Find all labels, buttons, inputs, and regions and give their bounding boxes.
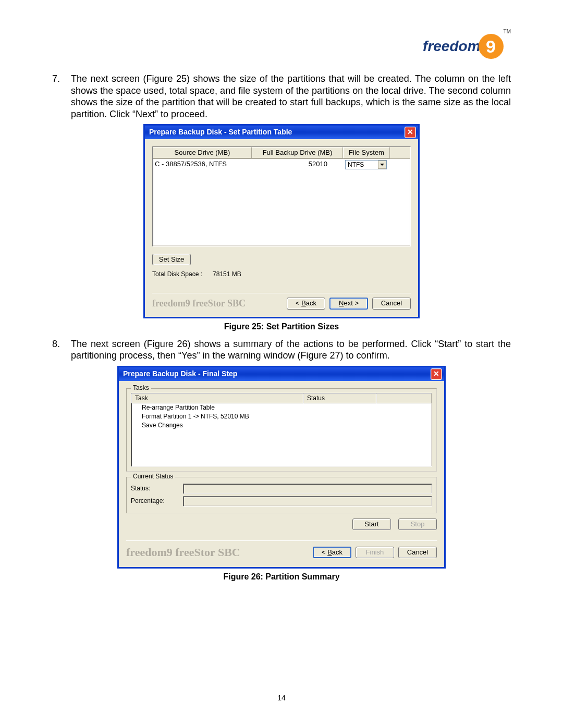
paragraph-text: The next screen (Figure 25) shows the si… [71,73,511,120]
start-button[interactable]: Start [352,519,391,530]
close-icon[interactable]: ✕ [405,127,416,138]
current-status-legend: Current Status [131,473,175,480]
status-label: Status: [131,485,178,492]
total-disk-space: Total Disk Space : 78151 MB [152,270,411,278]
total-disk-value: 78151 MB [213,270,241,278]
cell-filesystem: NTFS [343,159,390,170]
table-row[interactable]: C - 38857/52536, NTFS 52010 NTFS [153,159,410,170]
logo-brand: freedom [423,38,480,55]
dialog-final-step: Prepare Backup Disk - Final Step ✕ Tasks… [117,366,446,569]
percentage-label: Percentage: [131,497,178,505]
dialog-title: Prepare Backup Disk - Final Step [123,369,237,379]
finish-button[interactable]: Finish [356,547,394,558]
cancel-button[interactable]: Cancel [398,547,437,558]
logo-tm: TM [504,29,511,34]
task-row[interactable]: Format Partition 1 -> NTFS, 52010 MB [131,412,432,421]
dropdown-value: NTFS [348,161,364,169]
filesystem-dropdown[interactable]: NTFS [345,160,387,169]
figure-26-caption: Figure 26: Partition Summary [52,572,511,582]
titlebar: Prepare Backup Disk - Final Step ✕ [119,367,444,381]
dialog-brand: freedom9 freeStor SBC [126,545,240,560]
logo: freedom9TM [423,34,511,59]
partition-list: Source Drive (MB) Full Backup Drive (MB)… [152,146,411,246]
list-number: 7. [52,73,71,120]
paragraph-7: 7. The next screen (Figure 25) shows the… [52,73,511,120]
task-row[interactable]: Re-arrange Partition Table [131,403,432,412]
stop-button[interactable]: Stop [398,519,437,530]
cancel-button[interactable]: Cancel [372,298,411,309]
tasks-fieldset: Tasks Task Status Re-arrange Partition T… [126,388,437,472]
col-filesystem[interactable]: File System [343,147,390,158]
titlebar: Prepare Backup Disk - Set Partition Tabl… [145,126,418,139]
chevron-down-icon[interactable] [378,161,386,169]
back-button[interactable]: < Back [313,547,351,558]
list-number: 8. [52,338,71,362]
logo-digit: 9 [479,34,504,59]
paragraph-text: The next screen (Figure 26) shows a summ… [71,338,511,362]
dialog-title: Prepare Backup Disk - Set Partition Tabl… [149,128,292,137]
col-task[interactable]: Task [131,393,303,403]
next-button[interactable]: Next > [329,298,368,309]
page-content: 7. The next screen (Figure 25) shows the… [52,73,511,588]
col-spacer [376,393,432,403]
col-backup[interactable]: Full Backup Drive (MB) [252,147,343,158]
total-disk-label: Total Disk Space : [152,270,202,278]
task-row[interactable]: Save Changes [131,421,432,430]
paragraph-8: 8. The next screen (Figure 26) shows a s… [52,338,511,362]
cell-backup: 52010 [252,159,343,170]
set-size-button[interactable]: Set Size [152,254,191,265]
percentage-bar [183,496,432,507]
close-icon[interactable]: ✕ [431,368,442,380]
col-source[interactable]: Source Drive (MB) [153,147,252,158]
task-list: Task Status Re-arrange Partition Table F… [131,393,432,467]
current-status-fieldset: Current Status Status: Percentage: [126,477,437,513]
dialog-set-partition: Prepare Backup Disk - Set Partition Tabl… [143,124,420,318]
cell-source: C - 38857/52536, NTFS [153,159,252,170]
tasks-legend: Tasks [131,384,151,392]
col-status[interactable]: Status [303,393,376,403]
back-button[interactable]: < Back [287,298,325,309]
status-value [183,484,432,494]
figure-25-caption: Figure 25: Set Partition Sizes [52,322,511,332]
dialog-brand: freedom9 freeStor SBC [152,298,246,310]
page-number: 14 [0,694,563,702]
